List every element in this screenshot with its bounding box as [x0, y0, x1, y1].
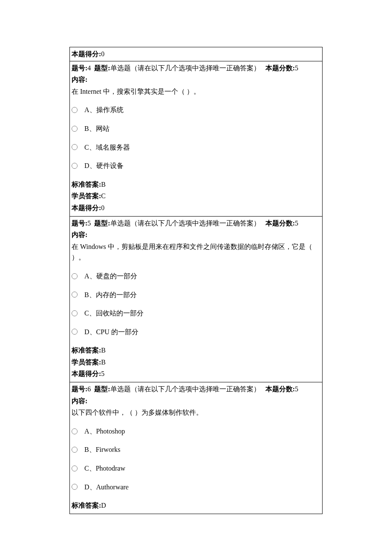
option-label: C、Photodraw: [84, 463, 125, 474]
option-row: D、硬件设备: [72, 160, 320, 171]
student-label: 学员答案:: [72, 192, 101, 199]
option-radio[interactable]: [72, 144, 78, 150]
question-stem: 以下四个软件中，（ ）为多媒体制作软件。: [72, 407, 320, 418]
option-radio[interactable]: [72, 292, 78, 298]
option-label: B、Firworks: [84, 444, 120, 455]
option-row: B、内存的一部分: [72, 289, 320, 301]
correct-label: 标准答案:: [72, 502, 101, 509]
option-label: A、硬盘的一部分: [84, 271, 137, 282]
option-row: A、Photoshop: [72, 426, 320, 437]
option-row: A、硬盘的一部分: [72, 271, 320, 282]
options-group: A、Photoshop B、Firworks C、Photodraw D、Aut…: [72, 426, 320, 492]
question-header: 题号:5 题型:单选题（请在以下几个选项中选择唯一正确答案） 本题分数:5: [72, 218, 320, 229]
option-row: C、回收站的一部分: [72, 308, 320, 319]
qnum-label: 题号:: [72, 220, 87, 227]
option-radio[interactable]: [72, 329, 78, 335]
qpoints-value: 5: [295, 385, 298, 393]
question-stem: 在 Windows 中，剪贴板是用来在程序和文件之间传递数据的临时存储区，它是（…: [72, 241, 320, 263]
correct-label: 标准答案:: [72, 347, 101, 354]
qtype-label: 题型:: [94, 64, 110, 72]
score-value: 5: [101, 370, 104, 377]
qpoints-label: 本题分数:: [265, 220, 295, 227]
option-row: B、Firworks: [72, 444, 320, 455]
qnum-value: 6: [87, 385, 91, 393]
correct-value: B: [101, 181, 106, 188]
option-row: B、网站: [72, 123, 320, 134]
option-radio[interactable]: [72, 126, 78, 132]
option-radio[interactable]: [72, 163, 78, 169]
score-value: 0: [101, 50, 104, 58]
student-value: B: [101, 358, 106, 366]
option-row: A、操作系统: [72, 104, 320, 116]
option-radio[interactable]: [72, 107, 78, 113]
options-group: A、操作系统 B、网站 C、域名服务器 D、硬件设备: [72, 104, 320, 171]
qpoints-label: 本题分数:: [265, 64, 295, 72]
question-header: 题号:6 题型:单选题（请在以下几个选项中选择唯一正确答案） 本题分数:5: [72, 384, 320, 395]
qtype-value: 单选题（请在以下几个选项中选择唯一正确答案）: [110, 64, 260, 72]
correct-value: B: [101, 347, 106, 354]
option-radio[interactable]: [72, 310, 78, 316]
qtype-value: 单选题（请在以下几个选项中选择唯一正确答案）: [110, 220, 260, 227]
score-label: 本题得分:: [72, 370, 101, 377]
question-header: 题号:4 题型:单选题（请在以下几个选项中选择唯一正确答案） 本题分数:5: [72, 63, 320, 74]
question-block: 题号:6 题型:单选题（请在以下几个选项中选择唯一正确答案） 本题分数:5 内容…: [70, 382, 322, 514]
option-label: B、网站: [84, 123, 110, 134]
qpoints-value: 5: [295, 64, 298, 72]
option-label: A、操作系统: [84, 104, 124, 116]
answers-block: 标准答案:B 学员答案:B 本题得分:5: [72, 345, 320, 379]
option-radio[interactable]: [72, 428, 78, 434]
qtype-value: 单选题（请在以下几个选项中选择唯一正确答案）: [110, 385, 260, 393]
qpoints-value: 5: [295, 220, 298, 227]
questions-frame: 本题得分:0 题号:4 题型:单选题（请在以下几个选项中选择唯一正确答案） 本题…: [69, 47, 323, 514]
option-row: D、CPU 的一部分: [72, 327, 320, 338]
option-row: C、域名服务器: [72, 142, 320, 153]
option-radio[interactable]: [72, 484, 78, 490]
answers-block: 标准答案:D: [72, 500, 320, 511]
option-row: C、Photodraw: [72, 463, 320, 474]
answers-block: 标准答案:B 学员答案:C 本题得分:0: [72, 179, 320, 214]
qnum-value: 5: [87, 220, 91, 227]
option-label: A、Photoshop: [84, 426, 125, 437]
student-label: 学员答案:: [72, 358, 101, 366]
prev-question-score-row: 本题得分:0: [70, 47, 322, 61]
option-radio[interactable]: [72, 273, 78, 279]
option-radio[interactable]: [72, 465, 78, 471]
option-label: C、回收站的一部分: [84, 308, 144, 319]
score-value: 0: [101, 204, 104, 211]
content-label: 内容:: [72, 229, 320, 240]
content-label: 内容:: [72, 396, 320, 407]
options-group: A、硬盘的一部分 B、内存的一部分 C、回收站的一部分 D、CPU 的一部分: [72, 271, 320, 337]
content-label: 内容:: [72, 74, 320, 85]
qtype-label: 题型:: [94, 220, 110, 227]
qtype-label: 题型:: [94, 385, 110, 393]
question-stem: 在 Internet 中，搜索引擎其实是一个（ ）。: [72, 86, 320, 97]
question-block: 题号:4 题型:单选题（请在以下几个选项中选择唯一正确答案） 本题分数:5 内容…: [70, 61, 322, 217]
correct-label: 标准答案:: [72, 181, 101, 188]
student-value: C: [101, 192, 106, 199]
qpoints-label: 本题分数:: [265, 385, 295, 393]
option-label: D、CPU 的一部分: [84, 327, 138, 338]
document-page: 本题得分:0 题号:4 题型:单选题（请在以下几个选项中选择唯一正确答案） 本题…: [0, 0, 392, 555]
question-block: 题号:5 题型:单选题（请在以下几个选项中选择唯一正确答案） 本题分数:5 内容…: [70, 217, 322, 383]
qnum-value: 4: [87, 64, 91, 72]
option-radio[interactable]: [72, 447, 78, 453]
option-label: D、Authorware: [84, 482, 129, 493]
score-label: 本题得分:: [72, 204, 101, 211]
qnum-label: 题号:: [72, 385, 87, 393]
score-label: 本题得分:: [72, 50, 101, 58]
option-label: B、内存的一部分: [84, 289, 137, 301]
option-row: D、Authorware: [72, 482, 320, 493]
qnum-label: 题号:: [72, 64, 87, 72]
option-label: D、硬件设备: [84, 160, 124, 171]
correct-value: D: [101, 502, 106, 509]
option-label: C、域名服务器: [84, 142, 130, 153]
